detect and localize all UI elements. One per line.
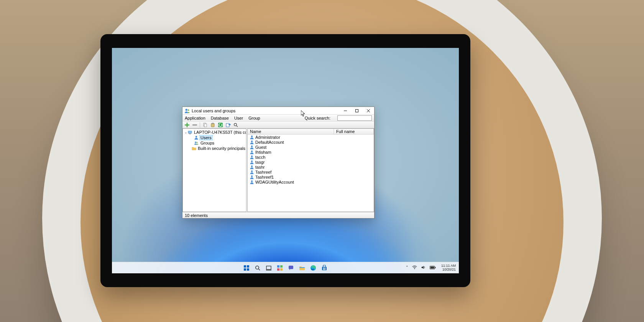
- tree-root-label: LAPTOP-U47KS53T (this computer): [193, 130, 246, 135]
- chevron-down-icon[interactable]: ⌄: [184, 130, 187, 134]
- copy-button[interactable]: [202, 122, 208, 128]
- app-window: Local users and groups Application Datab…: [182, 107, 375, 219]
- store-icon[interactable]: [321, 264, 328, 271]
- svg-point-30: [256, 266, 259, 269]
- file-explorer-icon[interactable]: [299, 264, 306, 271]
- user-icon: [249, 140, 255, 145]
- svg-point-19: [251, 150, 253, 152]
- user-icon: [249, 159, 255, 164]
- clock-date: 10/20/21: [442, 268, 456, 271]
- search-icon[interactable]: [255, 264, 261, 271]
- svg-rect-2: [356, 109, 358, 112]
- user-name: Tashreef1: [255, 175, 335, 179]
- titlebar[interactable]: Local users and groups: [182, 107, 374, 115]
- tree-root[interactable]: ⌄ LAPTOP-U47KS53T (this computer): [183, 130, 246, 135]
- svg-rect-48: [435, 267, 436, 268]
- user-icon: [249, 150, 255, 154]
- svg-rect-42: [325, 268, 326, 269]
- folder-icon: [192, 146, 196, 151]
- svg-point-1: [187, 109, 189, 111]
- tree-node-builtin[interactable]: Built-in security principals: [183, 146, 246, 151]
- list-row[interactable]: DefaultAccount: [248, 140, 374, 145]
- edge-icon[interactable]: [310, 264, 317, 271]
- toolbar: [182, 122, 374, 128]
- list-body[interactable]: AdministratorDefaultAccountGuestIhtisham…: [248, 135, 374, 212]
- svg-rect-38: [299, 267, 305, 268]
- tree-node-groups[interactable]: Groups: [183, 140, 246, 146]
- list-row[interactable]: tashr: [248, 164, 374, 169]
- widgets-icon[interactable]: [277, 264, 283, 271]
- menu-database[interactable]: Database: [211, 116, 229, 120]
- list-row[interactable]: tacch: [248, 154, 374, 159]
- task-view-icon[interactable]: [266, 264, 272, 271]
- svg-point-24: [251, 175, 253, 177]
- svg-rect-26: [244, 265, 246, 268]
- user-icon: [249, 145, 255, 150]
- list-row[interactable]: Guest: [248, 145, 374, 150]
- svg-point-45: [414, 269, 415, 269]
- user-icon: [249, 164, 255, 169]
- svg-rect-11: [188, 131, 191, 133]
- taskbar[interactable]: ˄ 11:11 AM 10/20/21: [112, 262, 459, 273]
- remove-button[interactable]: [192, 122, 198, 128]
- menu-application[interactable]: Application: [185, 116, 205, 120]
- user-icon: [249, 154, 255, 159]
- refresh-button[interactable]: [217, 122, 223, 128]
- taskbar-right: ˄ 11:11 AM 10/20/21: [406, 262, 456, 273]
- list-pane[interactable]: Name Full name AdministratorDefaultAccou…: [247, 128, 374, 212]
- volume-icon[interactable]: [421, 265, 426, 271]
- column-fullname[interactable]: Full name: [334, 129, 374, 134]
- svg-point-18: [251, 145, 253, 147]
- svg-point-9: [234, 123, 237, 126]
- close-button[interactable]: [363, 107, 374, 115]
- svg-rect-29: [247, 268, 249, 271]
- user-icon: [249, 179, 255, 184]
- svg-rect-33: [277, 265, 279, 268]
- tree-pane[interactable]: ⌄ LAPTOP-U47KS53T (this computer) Users: [182, 128, 246, 212]
- list-row[interactable]: Ihtisham: [248, 150, 374, 154]
- user-name: DefaultAccount: [255, 140, 335, 145]
- user-icon: [194, 135, 199, 140]
- svg-rect-12: [189, 133, 191, 134]
- maximize-button[interactable]: [351, 107, 363, 115]
- column-name[interactable]: Name: [248, 129, 334, 134]
- start-button[interactable]: [243, 264, 250, 271]
- svg-rect-6: [212, 123, 214, 124]
- svg-rect-27: [247, 265, 249, 268]
- list-row[interactable]: Tashreef1: [248, 174, 374, 179]
- user-name: Tashreef: [255, 170, 335, 174]
- svg-rect-34: [280, 265, 283, 268]
- menu-group[interactable]: Group: [248, 116, 260, 120]
- search-button[interactable]: [233, 122, 239, 128]
- svg-point-22: [251, 165, 253, 167]
- svg-point-23: [251, 170, 253, 172]
- battery-icon[interactable]: [430, 266, 436, 270]
- svg-point-15: [196, 142, 197, 143]
- list-row[interactable]: WDAGUtilityAccount: [248, 179, 374, 184]
- svg-rect-44: [325, 269, 326, 270]
- minimize-button[interactable]: [340, 107, 351, 115]
- tree-users-label: Users: [200, 135, 212, 140]
- toolbar-separator: [200, 122, 200, 128]
- export-button[interactable]: [225, 122, 231, 128]
- svg-rect-37: [289, 266, 293, 269]
- list-row[interactable]: tasgr: [248, 159, 374, 164]
- statusbar: 10 elements: [182, 212, 374, 218]
- svg-point-25: [251, 180, 253, 182]
- chat-icon[interactable]: [288, 264, 294, 271]
- svg-rect-41: [323, 268, 324, 269]
- group-icon: [194, 140, 199, 146]
- list-row[interactable]: Tashreef: [248, 169, 374, 174]
- taskbar-clock[interactable]: 11:11 AM 10/20/21: [441, 264, 456, 271]
- quick-search-input[interactable]: [337, 115, 372, 121]
- paste-button[interactable]: [210, 122, 216, 128]
- add-button[interactable]: [184, 122, 190, 128]
- content-area: ⌄ LAPTOP-U47KS53T (this computer) Users: [182, 128, 374, 212]
- tree-node-users[interactable]: Users: [183, 135, 246, 140]
- tray-chevron-up-icon[interactable]: ˄: [406, 265, 408, 270]
- menu-user[interactable]: User: [234, 116, 243, 120]
- wifi-icon[interactable]: [412, 265, 417, 271]
- user-name: tasgr: [255, 160, 335, 164]
- svg-rect-36: [280, 268, 283, 271]
- list-row[interactable]: Administrator: [248, 135, 374, 140]
